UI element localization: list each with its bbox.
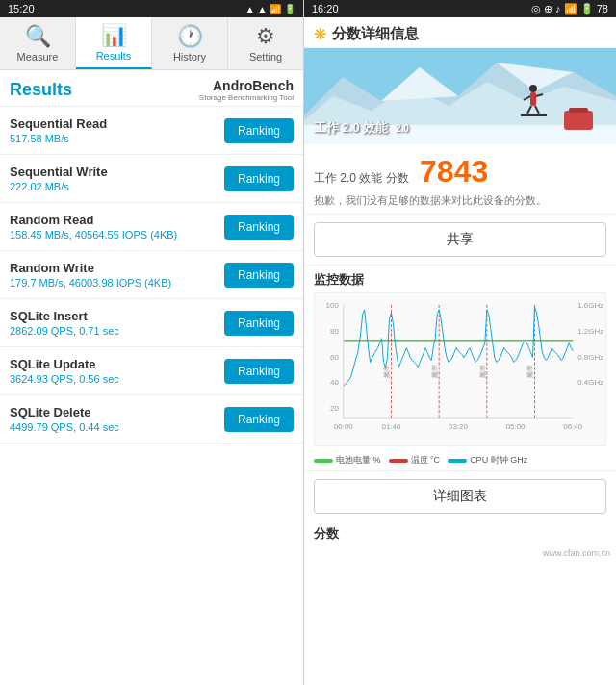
bench-name-sqlite-update: SQLite Update — [10, 357, 119, 371]
ranking-btn-sqlite-delete[interactable]: Ranking — [224, 407, 294, 432]
status-icons-left: ▲ ▲ 📶 🔋 — [245, 4, 295, 14]
score-value: 7843 — [420, 154, 488, 189]
svg-text:00:00: 00:00 — [334, 422, 353, 431]
tab-results[interactable]: 📊 Results — [76, 17, 152, 69]
bench-info-sqlite-delete: SQLite Delete 4499.79 QPS, 0.44 sec — [10, 405, 119, 433]
svg-text:03:20: 03:20 — [449, 422, 468, 431]
detail-section: 详细图表 — [304, 470, 616, 521]
logo-main: AndroBench — [199, 78, 294, 93]
score-header-title: 分数详细信息 — [332, 25, 419, 43]
results-icon: 📊 — [101, 23, 127, 48]
legend-temp: 温度 °C — [389, 454, 441, 467]
bench-name-sqlite-delete: SQLite Delete — [10, 405, 119, 419]
svg-text:20: 20 — [330, 404, 339, 413]
svg-text:0.8GHz: 0.8GHz — [578, 353, 603, 362]
hero-text-main: 工作 2.0 效能 2.0 — [314, 119, 409, 137]
legend-label-temp: 温度 °C — [411, 454, 441, 467]
status-bar-left: 15:20 ▲ ▲ 📶 🔋 — [0, 0, 303, 17]
score-header: ❋ 分数详细信息 — [304, 17, 616, 48]
score-desc: 抱歉，我们没有足够的数据来对比此设备的分数。 — [314, 193, 606, 208]
bench-value-sqlite-update: 3624.93 QPS, 0.56 sec — [10, 373, 119, 385]
legend-color-battery — [314, 459, 333, 463]
logo-sub: Storage Benchmarking Tool — [199, 93, 294, 102]
score-section: 工作 2.0 效能 分数 7843 抱歉，我们没有足够的数据来对比此设备的分数。 — [304, 144, 616, 215]
bench-value-seq-write: 222.02 MB/s — [10, 181, 108, 192]
tab-measure-label: Measure — [17, 51, 59, 63]
svg-text:1.2GHz: 1.2GHz — [578, 327, 603, 336]
ranking-btn-seq-write[interactable]: Ranking — [224, 166, 294, 191]
svg-text:频率: 频率 — [431, 365, 439, 378]
legend-color-cpu — [448, 459, 467, 463]
chart-container: 100 80 60 40 20 1.6GHz 1.2GHz 0.8GHz 0.4… — [314, 292, 606, 446]
ranking-btn-rand-read[interactable]: Ranking — [224, 215, 294, 240]
svg-rect-15 — [569, 108, 588, 113]
androbench-logo: AndroBench Storage Benchmarking Tool — [199, 78, 294, 102]
tab-setting[interactable]: ⚙ Setting — [228, 17, 303, 69]
hero-image: 工作 2.0 效能 2.0 — [304, 48, 616, 144]
ranking-btn-sqlite-update[interactable]: Ranking — [224, 359, 294, 384]
bench-info-seq-write: Sequential Write 222.02 MB/s — [10, 165, 108, 192]
bench-name-rand-read: Random Read — [10, 213, 177, 227]
legend-label-battery: 电池电量 % — [336, 454, 381, 467]
ranking-btn-seq-read[interactable]: Ranking — [224, 118, 294, 143]
bench-item-sqlite-delete: SQLite Delete 4499.79 QPS, 0.44 sec Rank… — [0, 395, 303, 444]
detail-button[interactable]: 详细图表 — [314, 479, 606, 514]
monitor-section: 监控数据 100 80 60 40 20 1.6GHz 1.2GHz 0.8GH… — [304, 266, 616, 450]
svg-text:80: 80 — [330, 327, 339, 336]
left-panel: 15:20 ▲ ▲ 📶 🔋 🔍 Measure 📊 Results 🕐 Hist… — [0, 0, 304, 685]
bench-name-sqlite-insert: SQLite Insert — [10, 309, 119, 323]
bench-item-rand-read: Random Read 158.45 MB/s, 40564.55 IOPS (… — [0, 203, 303, 251]
nav-tabs: 🔍 Measure 📊 Results 🕐 History ⚙ Setting — [0, 17, 303, 70]
svg-text:60: 60 — [330, 353, 339, 362]
bench-value-rand-write: 179.7 MB/s, 46003.98 IOPS (4KB) — [10, 277, 171, 289]
svg-text:100: 100 — [326, 301, 340, 310]
svg-text:频率: 频率 — [383, 365, 391, 378]
bench-info-rand-write: Random Write 179.7 MB/s, 46003.98 IOPS (… — [10, 261, 171, 289]
bench-item-sqlite-insert: SQLite Insert 2862.09 QPS, 0.71 sec Rank… — [0, 299, 303, 347]
share-button[interactable]: 共享 — [314, 222, 606, 257]
svg-rect-7 — [530, 92, 536, 106]
ranking-btn-sqlite-insert[interactable]: Ranking — [224, 311, 294, 336]
tab-results-label: Results — [96, 50, 132, 62]
ranking-btn-rand-write[interactable]: Ranking — [224, 263, 294, 288]
svg-text:1.6GHz: 1.6GHz — [578, 301, 603, 310]
svg-text:频率: 频率 — [527, 365, 535, 378]
bench-name-rand-write: Random Write — [10, 261, 171, 275]
bench-value-sqlite-insert: 2862.09 QPS, 0.71 sec — [10, 325, 119, 337]
bench-info-sqlite-update: SQLite Update 3624.93 QPS, 0.56 sec — [10, 357, 119, 385]
bench-info-sqlite-insert: SQLite Insert 2862.09 QPS, 0.71 sec — [10, 309, 119, 337]
history-icon: 🕐 — [177, 24, 203, 49]
status-icons-right: ◎ ⊕ ♪ 📶 🔋 78 — [531, 3, 608, 15]
svg-rect-14 — [564, 111, 593, 130]
setting-icon: ⚙ — [256, 24, 275, 49]
bench-value-seq-read: 517.58 MB/s — [10, 133, 107, 144]
svg-text:40: 40 — [330, 378, 339, 387]
tab-setting-label: Setting — [249, 51, 282, 63]
svg-text:05:00: 05:00 — [506, 422, 526, 431]
bench-info-seq-read: Sequential Read 517.58 MB/s — [10, 116, 107, 144]
bench-name-seq-read: Sequential Read — [10, 116, 107, 131]
bench-item-seq-read: Sequential Read 517.58 MB/s Ranking — [0, 107, 303, 155]
svg-text:01:40: 01:40 — [382, 422, 401, 431]
tab-history[interactable]: 🕐 History — [152, 17, 228, 69]
legend-cpu: CPU 时钟 GHz — [448, 454, 527, 467]
bench-item-seq-write: Sequential Write 222.02 MB/s Ranking — [0, 155, 303, 203]
legend-color-temp — [389, 459, 408, 463]
svg-text:06:40: 06:40 — [563, 422, 582, 431]
measure-icon: 🔍 — [25, 24, 51, 49]
legend-label-cpu: CPU 时钟 GHz — [470, 454, 527, 467]
share-section: 共享 — [304, 215, 616, 266]
svg-point-6 — [529, 85, 537, 92]
status-time-left: 15:20 — [8, 3, 35, 14]
tab-measure[interactable]: 🔍 Measure — [0, 17, 76, 69]
bench-info-rand-read: Random Read 158.45 MB/s, 40564.55 IOPS (… — [10, 213, 177, 241]
hero-overlay: 工作 2.0 效能 2.0 — [314, 119, 409, 137]
legend-battery: 电池电量 % — [314, 454, 381, 467]
svg-text:频率: 频率 — [479, 365, 487, 378]
right-panel: 16:20 ◎ ⊕ ♪ 📶 🔋 78 ❋ 分数详细信息 — [304, 0, 616, 685]
results-header: Results AndroBench Storage Benchmarking … — [0, 70, 303, 107]
svg-text:0.4GHz: 0.4GHz — [578, 378, 603, 387]
scores-section-label: 分数 — [304, 521, 616, 546]
bench-value-rand-read: 158.45 MB/s, 40564.55 IOPS (4KB) — [10, 229, 177, 241]
bench-value-sqlite-delete: 4499.79 QPS, 0.44 sec — [10, 421, 119, 433]
